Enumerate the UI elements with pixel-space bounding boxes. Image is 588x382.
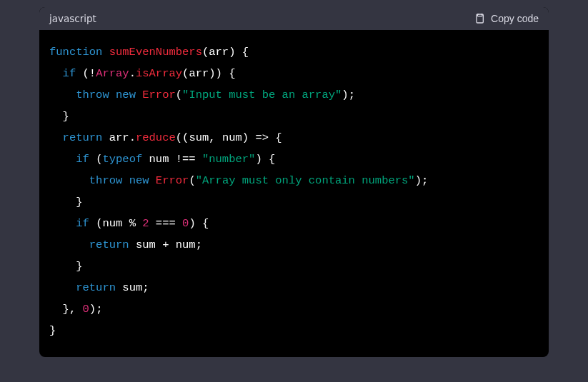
code-token-default: [136, 89, 142, 101]
code-token-default: (num %: [89, 217, 142, 230]
code-token-keyword: if: [63, 67, 76, 80]
code-token-default: (: [189, 174, 195, 187]
code-block: javascript Copy code function sumEvenNum…: [39, 7, 549, 357]
copy-code-button[interactable]: Copy code: [474, 13, 539, 24]
code-token-string: "Input must be an array": [182, 89, 342, 101]
code-token-default: (: [176, 131, 182, 144]
code-token-keyword: new: [129, 174, 149, 187]
code-token-default: (: [176, 89, 182, 101]
code-token-keyword: throw: [76, 89, 109, 101]
code-token-default: );: [342, 89, 355, 101]
code-token-keyword: return: [63, 131, 103, 144]
code-token-number: 2: [142, 217, 149, 230]
code-token-default: [49, 153, 76, 166]
code-token-default: },: [49, 303, 83, 316]
code-token-keyword: new: [116, 89, 136, 101]
code-token-keyword: return: [89, 238, 129, 251]
code-token-params: (: [182, 131, 189, 144]
code-content[interactable]: function sumEvenNumbers(arr) { if (!Arra…: [39, 30, 549, 357]
code-token-funcname: sumEvenNumbers: [109, 46, 202, 59]
code-token-default: [109, 89, 116, 101]
code-token-default: ) {: [255, 153, 275, 166]
code-token-keyword: if: [76, 153, 89, 166]
code-token-keyword: typeof: [102, 153, 142, 166]
code-token-params: ) =>: [242, 131, 269, 144]
code-token-default: arr.: [102, 131, 136, 144]
code-token-params: (: [202, 46, 209, 59]
code-token-default: [49, 67, 63, 80]
code-token-default: num !==: [142, 153, 202, 166]
code-token-keyword: if: [76, 217, 89, 230]
code-token-default: ===: [149, 217, 183, 230]
code-token-title: reduce: [136, 131, 176, 144]
code-token-keyword: return: [76, 281, 116, 294]
code-token-classname: Error: [156, 174, 189, 187]
code-token-classname: Error: [142, 89, 176, 101]
language-label: javascript: [49, 13, 96, 24]
code-token-params: ) {: [229, 46, 249, 59]
code-token-default: }: [49, 324, 56, 337]
code-token-string: "Array must only contain numbers": [196, 174, 415, 187]
code-token-default: sum + num;: [129, 238, 202, 251]
code-token-variable: Array: [96, 67, 129, 80]
code-token-default: [49, 131, 63, 144]
code-token-string: "number": [202, 153, 255, 166]
code-token-default: [122, 174, 129, 187]
code-token-default: [149, 174, 156, 187]
code-token-default: (!: [76, 67, 96, 80]
code-token-default: [49, 89, 76, 101]
code-token-default: }: [49, 260, 83, 273]
code-token-default: sum, num: [189, 131, 241, 144]
code-token-default: [49, 174, 89, 187]
code-token-default: ) {: [189, 217, 209, 230]
code-token-default: );: [415, 174, 429, 187]
code-token-default: [49, 238, 89, 251]
code-token-default: (: [89, 153, 103, 166]
code-token-default: {: [269, 131, 282, 144]
code-token-default: sum;: [116, 281, 149, 294]
code-token-default: arr: [209, 46, 229, 59]
code-token-keyword: throw: [89, 174, 123, 187]
code-token-default: (arr)) {: [182, 67, 235, 80]
code-token-title: isArray: [136, 67, 182, 80]
code-token-default: [49, 217, 76, 230]
code-token-number: 0: [182, 217, 189, 230]
code-token-default: [49, 281, 76, 294]
code-token-number: 0: [83, 303, 89, 316]
copy-code-label: Copy code: [491, 13, 539, 24]
code-token-keyword: function: [49, 46, 109, 59]
code-token-default: .: [129, 67, 136, 80]
clipboard-icon: [474, 13, 485, 24]
code-block-header: javascript Copy code: [39, 7, 549, 30]
code-token-default: }: [49, 110, 69, 123]
code-token-default: );: [89, 303, 103, 316]
code-token-default: }: [49, 196, 83, 208]
